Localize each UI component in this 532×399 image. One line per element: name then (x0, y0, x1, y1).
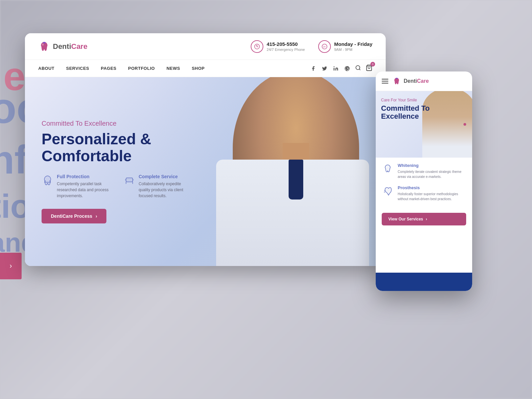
logo-care: Care (71, 42, 87, 51)
service-whitening: Whitening Completely iterate covalent st… (382, 163, 466, 179)
cart-button[interactable]: 0 (366, 65, 372, 72)
service-prosthesis-info: Prosthesis Holistically foster superior … (398, 185, 466, 201)
hours-contact: 24 Monday - Friday 9AM - 9PM (318, 40, 372, 53)
hamburger-line-1 (382, 79, 388, 79)
svg-line-6 (359, 69, 360, 70)
nav-services[interactable]: SERVICES (66, 66, 89, 71)
scroll-arrow[interactable]: › (0, 253, 22, 279)
mobile-services-section: Whitening Completely iterate covalent st… (376, 158, 472, 213)
view-services-button[interactable]: View Our Services › (382, 213, 466, 225)
hero-section: Committed To Excellence Personalized &Co… (25, 77, 386, 266)
mobile-logo-denti: Denti (404, 78, 417, 84)
pinterest-icon[interactable] (344, 65, 350, 72)
hours-days: Monday - Friday (334, 41, 372, 48)
mobile-hero-title: Committed To Excellence (381, 104, 431, 120)
doctor-tie (289, 160, 303, 200)
denticare-process-button[interactable]: DentiCare Process › (42, 209, 106, 223)
site-header: DentiCare 415-205-5550 24/7 Emergency Ph… (25, 33, 386, 60)
feature-service: Complete Service Collaboratively expedit… (123, 174, 191, 199)
mobile-mockup: DentiCare Care For Your Smile Committed … (376, 71, 472, 291)
hamburger-line-2 (382, 81, 388, 81)
svg-rect-8 (126, 178, 133, 182)
mobile-hero-subtitle: Care For Your Smile (381, 98, 431, 102)
cart-badge: 0 (370, 62, 375, 66)
hero-title: Personalized &Comfortable (42, 131, 191, 164)
feature-protection-desc: Competently parallel task researched dat… (57, 181, 113, 199)
service-whitening-info: Whitening Completely iterate covalent st… (398, 163, 466, 179)
phone-contact: 415-205-5550 24/7 Emergency Phone (251, 40, 305, 53)
linkedin-icon[interactable] (332, 65, 339, 72)
mobile-hero-section: Care For Your Smile Committed To Excelle… (376, 91, 472, 158)
hamburger-menu[interactable] (382, 79, 388, 83)
nav-pages[interactable]: PAGES (101, 66, 116, 71)
service-whitening-text: Completely iterate covalent strategic th… (398, 169, 466, 179)
nav-links: ABOUT SERVICES PAGES PORTFOLIO NEWS SHOP (38, 66, 204, 71)
logo[interactable]: DentiCare (38, 41, 87, 53)
prosthesis-icon (382, 185, 394, 197)
feature-service-desc: Collaboratively expedite quality product… (139, 181, 191, 199)
hero-button-label: DentiCare Process (51, 213, 92, 219)
nav-news[interactable]: NEWS (167, 66, 180, 71)
header-contacts: 415-205-5550 24/7 Emergency Phone 24 Mon… (251, 40, 372, 53)
dental-chair-icon (123, 175, 135, 199)
hero-subtitle: Committed To Excellence (42, 120, 191, 127)
svg-point-9 (386, 167, 387, 168)
hero-content: Committed To Excellence Personalized &Co… (25, 106, 208, 236)
hamburger-line-3 (382, 83, 388, 83)
svg-text:24: 24 (323, 46, 326, 48)
desktop-mockup: DentiCare 415-205-5550 24/7 Emergency Ph… (25, 33, 386, 266)
logo-denti: Denti (53, 42, 71, 51)
phone-label: 24/7 Emergency Phone (267, 47, 305, 52)
phone-number: 415-205-5550 (267, 41, 305, 48)
hero-features: Full Protection Competently parallel tas… (42, 174, 191, 199)
phone-icon (251, 40, 263, 53)
svg-point-4 (333, 66, 334, 67)
mobile-header: DentiCare (376, 71, 472, 91)
nav-shop[interactable]: SHOP (192, 66, 205, 71)
view-services-label: View Our Services (388, 217, 423, 221)
navigation: ABOUT SERVICES PAGES PORTFOLIO NEWS SHOP (25, 60, 386, 77)
mobile-arrow-icon: › (426, 217, 427, 221)
feature-protection: Full Protection Competently parallel tas… (42, 174, 113, 199)
nav-right-icons: 0 (310, 65, 372, 72)
arrow-right-icon: › (10, 262, 12, 270)
tooth-logo-icon (38, 41, 50, 53)
svg-point-0 (42, 44, 44, 46)
clock-icon: 24 (318, 40, 331, 53)
facebook-icon[interactable] (310, 65, 317, 72)
mobile-logo[interactable]: DentiCare (392, 77, 429, 85)
mobile-footer-bar (376, 273, 472, 291)
twitter-icon[interactable] (321, 65, 328, 72)
tooth-shield-icon (42, 175, 54, 199)
hours-info: Monday - Friday 9AM - 9PM (334, 41, 372, 52)
mobile-hero-content: Care For Your Smile Committed To Excelle… (381, 98, 431, 120)
svg-line-10 (384, 191, 385, 191)
service-prosthesis-text: Holistically foster superior methodologi… (398, 192, 466, 201)
nav-portfolio[interactable]: PORTFOLIO (128, 66, 155, 71)
mobile-logo-care: Care (417, 78, 429, 84)
search-button[interactable] (355, 65, 361, 72)
svg-point-5 (356, 66, 360, 69)
feature-service-title: Complete Service (139, 174, 191, 179)
feature-protection-title: Full Protection (57, 174, 113, 179)
hours-time: 9AM - 9PM (334, 47, 372, 52)
arrow-icon: › (96, 213, 97, 219)
svg-line-11 (384, 192, 385, 193)
scroll-indicator (464, 123, 466, 126)
feature-protection-text: Full Protection Competently parallel tas… (57, 174, 113, 199)
mobile-tooth-icon (392, 77, 401, 85)
phone-info: 415-205-5550 24/7 Emergency Phone (267, 41, 305, 52)
service-whitening-title: Whitening (398, 163, 466, 168)
whitening-icon (382, 163, 394, 175)
feature-service-text: Complete Service Collaboratively expedit… (139, 174, 191, 199)
service-prosthesis-title: Prosthesis (398, 185, 466, 190)
service-prosthesis: Prosthesis Holistically foster superior … (382, 185, 466, 201)
nav-about[interactable]: ABOUT (38, 66, 55, 71)
